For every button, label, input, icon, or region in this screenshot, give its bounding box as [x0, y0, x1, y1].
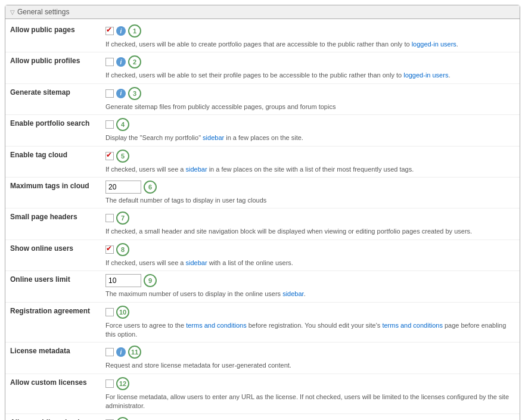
setting-control-4: 4Display the "Search my portfolio" sideb… [105, 118, 515, 142]
description-5: If checked, users will see a sidebar in … [105, 165, 515, 174]
control-row-12: 12 [105, 377, 515, 390]
checkbox-8[interactable] [105, 245, 114, 254]
setting-label-11: License metadata [10, 346, 105, 355]
setting-control-9: 9The maximum number of users to display … [105, 274, 515, 298]
control-row-10: 10 [105, 306, 515, 319]
info-icon-1[interactable]: i [116, 26, 126, 36]
panel-title: General settings [17, 8, 69, 16]
control-row-2: i2 [105, 55, 515, 69]
general-settings-panel: ▽ General settings Allow public pagesi1I… [5, 5, 520, 420]
control-row-7: 7 [105, 211, 515, 225]
setting-row-4: Enable portfolio search4Display the "Sea… [5, 114, 520, 145]
number-badge-3: 3 [128, 87, 141, 100]
number-badge-7: 7 [116, 211, 129, 225]
checkbox-3[interactable] [105, 89, 114, 98]
description-9: The maximum number of users to display i… [105, 290, 515, 298]
setting-label-13: Allow mobile uploads [10, 417, 105, 420]
setting-label-10: Registration agreement [10, 306, 105, 315]
description-3: Generate sitemap files from publicly acc… [105, 102, 515, 111]
description-10: Force users to agree to the terms and co… [105, 321, 515, 340]
setting-control-5: 5If checked, users will see a sidebar in… [105, 150, 515, 174]
setting-label-8: Show online users [10, 243, 105, 253]
setting-label-12: Allow custom licenses [10, 377, 105, 387]
setting-label-9: Online users limit [10, 274, 105, 284]
setting-control-8: 8If checked, users will see a sidebar wi… [105, 243, 515, 267]
setting-label-5: Enable tag cloud [10, 150, 105, 159]
setting-label-6: Maximum tags in cloud [10, 181, 105, 190]
setting-control-10: 10Force users to agree to the terms and … [105, 306, 515, 340]
description-7: If checked, a small header and site navi… [105, 227, 515, 236]
number-badge-9: 9 [144, 274, 157, 287]
setting-control-3: i3Generate sitemap files from publicly a… [105, 87, 515, 111]
control-row-5: 5 [105, 150, 515, 163]
setting-row-12: Allow custom licenses12For license metad… [5, 374, 520, 414]
setting-label-3: Generate sitemap [10, 87, 105, 97]
description-1: If checked, users will be able to create… [105, 40, 515, 49]
description-6: The default number of tags to display in… [105, 196, 515, 205]
control-row-9: 9 [105, 274, 515, 287]
setting-label-7: Small page headers [10, 211, 105, 221]
setting-control-12: 12For license metadata, allow users to e… [105, 377, 515, 411]
checkbox-2[interactable] [105, 58, 114, 66]
setting-row-5: Enable tag cloud5If checked, users will … [5, 146, 520, 177]
setting-row-3: Generate sitemapi3Generate sitemap files… [5, 83, 520, 114]
number-badge-11: 11 [128, 346, 141, 359]
control-row-8: 8 [105, 243, 515, 256]
setting-control-13: 13If checked, users will have the option… [105, 417, 515, 420]
number-badge-8: 8 [116, 243, 129, 256]
checkbox-7[interactable] [105, 214, 114, 222]
checkbox-4[interactable] [105, 120, 114, 129]
text-input-6[interactable] [105, 181, 141, 194]
number-badge-2: 2 [128, 55, 141, 69]
number-badge-10: 10 [116, 306, 129, 319]
description-4: Display the "Search my portfolio" sideba… [105, 133, 515, 142]
control-row-13: 13 [105, 417, 515, 420]
setting-row-6: Maximum tags in cloud6The default number… [5, 177, 520, 208]
number-badge-6: 6 [144, 181, 157, 194]
setting-row-8: Show online users8If checked, users will… [5, 239, 520, 270]
number-badge-1: 1 [128, 24, 141, 38]
setting-label-1: Allow public pages [10, 24, 105, 34]
info-icon-3[interactable]: i [116, 89, 126, 98]
setting-control-7: 7If checked, a small header and site nav… [105, 211, 515, 236]
setting-control-11: i11Request and store license metadata fo… [105, 346, 515, 370]
number-badge-12: 12 [116, 377, 129, 390]
control-row-1: i1 [105, 24, 515, 38]
setting-row-9: Online users limit9The maximum number of… [5, 270, 520, 301]
info-icon-11[interactable]: i [116, 347, 126, 357]
description-8: If checked, users will see a sidebar wit… [105, 259, 515, 267]
control-row-3: i3 [105, 87, 515, 100]
setting-row-2: Allow public profilesi2If checked, users… [5, 52, 520, 83]
number-badge-4: 4 [116, 118, 129, 131]
checkbox-11[interactable] [105, 348, 114, 356]
setting-row-1: Allow public pagesi1If checked, users wi… [5, 21, 520, 52]
setting-row-7: Small page headers7If checked, a small h… [5, 208, 520, 239]
setting-label-2: Allow public profiles [10, 55, 105, 65]
control-row-11: i11 [105, 346, 515, 359]
description-11: Request and store license metadata for u… [105, 361, 515, 370]
description-12: For license metadata, allow users to ent… [105, 393, 515, 411]
collapse-arrow[interactable]: ▽ [10, 9, 15, 15]
checkbox-10[interactable] [105, 308, 114, 316]
setting-row-10: Registration agreement10Force users to a… [5, 302, 520, 343]
info-icon-2[interactable]: i [116, 57, 126, 67]
checkbox-5[interactable] [105, 152, 114, 160]
setting-control-6: 6The default number of tags to display i… [105, 181, 515, 205]
setting-control-1: i1If checked, users will be able to crea… [105, 24, 515, 49]
setting-row-13: Allow mobile uploads13If checked, users … [5, 413, 520, 420]
setting-row-11: License metadatai11Request and store lic… [5, 342, 520, 373]
setting-label-4: Enable portfolio search [10, 118, 105, 127]
panel-header: ▽ General settings [5, 5, 520, 19]
checkbox-12[interactable] [105, 379, 114, 388]
text-input-9[interactable] [105, 274, 141, 287]
checkbox-1[interactable] [105, 27, 114, 35]
description-2: If checked, users will be able to set th… [105, 71, 515, 80]
control-row-4: 4 [105, 118, 515, 131]
number-badge-5: 5 [116, 150, 129, 163]
setting-control-2: i2If checked, users will be able to set … [105, 55, 515, 80]
control-row-6: 6 [105, 181, 515, 194]
settings-body: Allow public pagesi1If checked, users wi… [5, 19, 520, 420]
number-badge-13: 13 [116, 417, 129, 420]
